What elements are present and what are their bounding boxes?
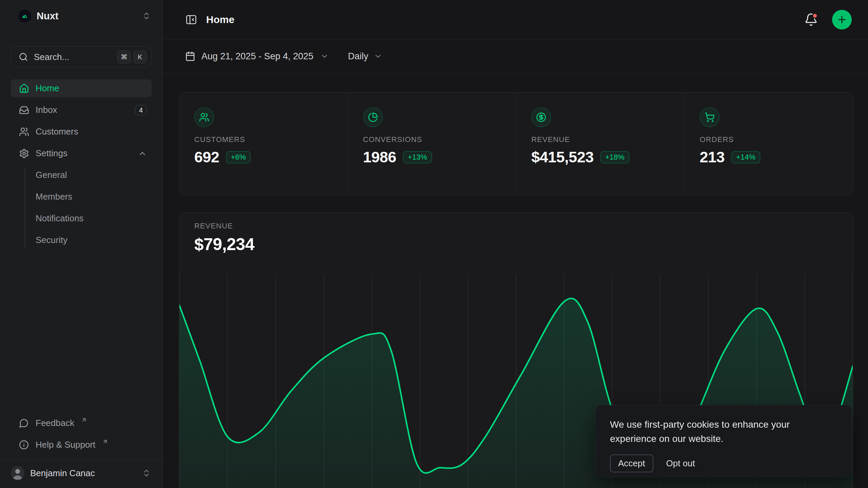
nuxt-logo-icon [18, 9, 31, 22]
cookie-accept-button[interactable]: Accept [610, 454, 653, 472]
notifications-bell-icon[interactable] [804, 13, 818, 27]
avatar [11, 466, 24, 480]
users-icon [19, 127, 29, 137]
sidebar-footer: Feedback Help & Support Benjam [0, 414, 162, 488]
sidebar-item-customers[interactable]: Customers [11, 123, 152, 141]
chevrons-up-down-icon [142, 12, 151, 20]
collapse-sidebar-icon[interactable] [185, 14, 197, 26]
kbd-k: K [134, 50, 146, 63]
sidebar-item-settings[interactable]: Settings [11, 144, 152, 162]
sidebar-nav: Home Inbox 4 Customers Settings [11, 79, 152, 162]
revenue-chart-label: REVENUE [194, 222, 838, 230]
info-circle-icon [19, 440, 29, 450]
chevron-up-icon [138, 149, 147, 158]
stat-value: $415,523 [531, 148, 594, 166]
date-range-picker[interactable]: Aug 21, 2025 - Sep 4, 2025 [185, 51, 329, 62]
help-support-link[interactable]: Help & Support [11, 436, 152, 454]
stat-label: REVENUE [531, 135, 670, 144]
dollar-circle-icon [531, 107, 551, 127]
period-select[interactable]: Daily [348, 51, 382, 62]
external-link-icon [81, 417, 87, 423]
add-button[interactable] [832, 10, 852, 29]
top-header: Home [163, 0, 868, 40]
user-menu[interactable]: Benjamin Canac [8, 464, 154, 483]
stat-delta-badge: +6% [226, 151, 251, 163]
stat-value: 213 [700, 148, 725, 166]
page-title: Home [206, 14, 234, 25]
settings-subnav: General Members Notifications Security [11, 166, 152, 249]
stat-label: CONVERSIONS [363, 135, 501, 144]
feedback-link[interactable]: Feedback [11, 414, 152, 432]
feedback-label: Feedback [36, 418, 74, 428]
sidebar-item-security[interactable]: Security [11, 231, 152, 249]
cart-icon [700, 107, 719, 127]
help-support-label: Help & Support [36, 440, 95, 450]
stat-label: CUSTOMERS [194, 135, 333, 144]
chevrons-up-down-icon [142, 469, 151, 477]
sidebar-item-home[interactable]: Home [11, 79, 152, 97]
users-icon [194, 107, 214, 127]
stats-row: CUSTOMERS 692 +6% CONVERSIONS 1986 +13% [179, 92, 853, 195]
cookie-message: We use first-party cookies to enhance yo… [610, 418, 837, 446]
search-input[interactable]: Search... ⌘ K [11, 46, 152, 67]
period-value: Daily [348, 51, 368, 62]
sub-item-label: Security [36, 235, 67, 245]
sidebar-item-inbox[interactable]: Inbox 4 [11, 101, 152, 119]
inbox-count-badge: 4 [135, 105, 147, 115]
kbd-meta: ⌘ [117, 50, 131, 63]
stat-customers[interactable]: CUSTOMERS 692 +6% [179, 93, 348, 195]
cookie-optout-button[interactable]: Opt out [666, 458, 695, 469]
stat-revenue[interactable]: REVENUE $415,523 +18% [516, 93, 685, 195]
filters-bar: Aug 21, 2025 - Sep 4, 2025 Daily [163, 40, 868, 73]
gear-icon [19, 148, 29, 159]
chevron-down-icon [320, 52, 329, 61]
sub-item-label: General [36, 170, 67, 180]
team-switcher[interactable]: Nuxt [11, 7, 154, 25]
sidebar-item-general[interactable]: General [11, 166, 152, 184]
sidebar-item-label: Settings [36, 148, 67, 159]
stat-conversions[interactable]: CONVERSIONS 1986 +13% [348, 93, 516, 195]
stat-delta-badge: +18% [600, 151, 629, 163]
message-bubble-icon [19, 418, 29, 428]
sidebar-item-label: Inbox [36, 105, 57, 115]
stat-label: ORDERS [700, 135, 838, 144]
search-icon [19, 52, 28, 62]
sidebar-item-label: Home [36, 83, 59, 94]
sidebar-item-notifications[interactable]: Notifications [11, 209, 152, 227]
sidebar: Nuxt Search... ⌘ K Home Inbox 4 [0, 0, 163, 488]
stat-value: 692 [194, 148, 219, 166]
inbox-icon [19, 105, 29, 115]
stat-value: 1986 [363, 148, 396, 166]
revenue-chart-value: $79,234 [194, 235, 838, 254]
house-icon [19, 83, 29, 94]
sub-item-label: Members [36, 191, 72, 202]
sidebar-item-members[interactable]: Members [11, 188, 152, 206]
cookie-banner: We use first-party cookies to enhance yo… [595, 405, 852, 477]
external-link-icon [102, 439, 108, 445]
date-range-value: Aug 21, 2025 - Sep 4, 2025 [201, 51, 313, 62]
sidebar-item-label: Customers [36, 126, 78, 137]
workspace-name: Nuxt [37, 11, 58, 22]
sub-item-label: Notifications [36, 213, 84, 224]
stat-orders[interactable]: ORDERS 213 +14% [685, 93, 853, 195]
notification-dot [812, 13, 818, 19]
calendar-icon [185, 51, 195, 61]
stat-delta-badge: +13% [403, 151, 432, 163]
user-name: Benjamin Canac [30, 468, 95, 479]
search-shortcut: ⌘ K [117, 50, 146, 63]
pie-chart-icon [363, 107, 383, 127]
chevron-down-icon [374, 52, 382, 61]
search-placeholder: Search... [34, 52, 69, 62]
stat-delta-badge: +14% [731, 151, 760, 163]
